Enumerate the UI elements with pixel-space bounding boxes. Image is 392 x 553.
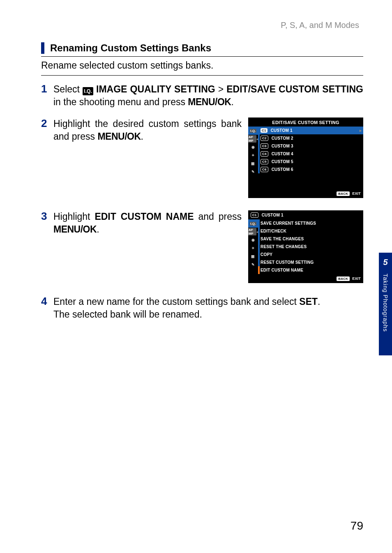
chapter-label: Taking Photographs	[382, 274, 389, 332]
step-number: 4	[41, 295, 49, 307]
list-item: C6CUSTOM 6	[258, 166, 363, 173]
text: Highlight the desired custom settings ba…	[53, 118, 242, 142]
screen-list: SAVE CURRENT SETTINGS EDIT/CHECK SAVE TH…	[258, 219, 363, 274]
step-1: 1 Select I.Q. IMAGE QUALITY SETTING > ED…	[41, 83, 363, 108]
iq-icon: I.Q.	[83, 87, 93, 95]
item-label: SAVE CURRENT SETTINGS	[261, 221, 316, 226]
list-item-empty	[258, 181, 363, 189]
text: in the shooting menu and press	[53, 97, 188, 107]
back-badge: BACK	[337, 191, 350, 196]
sidebar-tab-setup: ✎	[248, 168, 258, 176]
text: .	[231, 97, 233, 107]
list-item: SAVE THE CHANGES	[258, 235, 363, 243]
list-item: C3CUSTOM 3	[258, 142, 363, 150]
step-2: 2 Highlight the desired custom settings …	[41, 118, 363, 198]
badge: C1	[251, 212, 258, 218]
menu-ok-label: MENU/OK	[53, 224, 97, 235]
item-label: CUSTOM 2	[272, 136, 293, 141]
menu-path-1: IMAGE QUALITY SETTING	[96, 84, 215, 94]
badge: C5	[261, 159, 268, 164]
section-title: Renaming Custom Settings Banks	[50, 42, 211, 54]
badge: C4	[261, 151, 268, 157]
section-accent-bar	[41, 42, 44, 54]
sidebar-tab-movie: ▦	[248, 252, 258, 260]
sidebar-tab-iq: I.Q.	[248, 219, 258, 228]
list-item: RESET CUSTOM SETTING	[258, 258, 363, 266]
intro-text: Rename selected custom settings banks.	[41, 60, 363, 71]
screen-list: C1CUSTOM 1▸ C2CUSTOM 2 C3CUSTOM 3 C4CUST…	[258, 127, 363, 189]
section-heading: Renaming Custom Settings Banks	[41, 42, 363, 57]
set-label: SET	[299, 296, 318, 307]
sidebar-tab-setup: ✎	[248, 260, 258, 269]
item-label: EDIT CUSTOM NAME	[261, 268, 303, 272]
item-label: CUSTOM 5	[272, 159, 293, 164]
page-number: 79	[350, 519, 363, 532]
sidebar-tab-shoot: ◉	[248, 143, 258, 151]
menu-ok-label: MENU/OK	[97, 131, 141, 142]
step-3: 3 Highlight EDIT CUSTOM NAME and press M…	[41, 210, 363, 283]
screen-footer: BACK EXIT	[248, 274, 363, 283]
list-item: C1CUSTOM 1▸	[258, 127, 363, 134]
item-label: CUSTOM 1	[271, 128, 293, 133]
step-body: Highlight the desired custom settings ba…	[53, 118, 242, 143]
item-label: RESET CUSTOM SETTING	[261, 260, 314, 265]
screen-sidebar: I.Q. AF MF◂ ◉ ✦ ▦ ✎	[248, 219, 258, 274]
screen-title-row: C1 CUSTOM 1	[248, 210, 363, 219]
list-item: C2CUSTOM 2	[258, 134, 363, 142]
step-number: 1	[41, 83, 49, 95]
screen-title: EDIT/SAVE CUSTOM SETTING	[248, 118, 363, 127]
back-badge: BACK	[337, 276, 350, 281]
sidebar-tab-shoot: ◉	[248, 236, 258, 244]
item-label: CUSTOM 3	[272, 144, 293, 148]
text: Enter a new name for the custom settings…	[53, 296, 299, 307]
list-item: C4CUSTOM 4	[258, 150, 363, 158]
badge: C6	[261, 167, 268, 172]
camera-screen-2: C1 CUSTOM 1 I.Q. AF MF◂ ◉ ✦ ▦ ✎ SAVE CUR…	[248, 210, 363, 283]
screen-title: CUSTOM 1	[262, 213, 284, 217]
badge: C1	[261, 128, 267, 133]
step-number: 3	[41, 210, 49, 222]
item-label: CUSTOM 4	[272, 152, 293, 156]
item-label: RESET THE CHANGES	[261, 244, 307, 249]
text: The selected bank will be renamed.	[53, 309, 202, 320]
sidebar-tab-iq: I.Q.	[248, 127, 258, 135]
list-item: EDIT CUSTOM NAME	[258, 266, 363, 274]
sidebar-tab-af: AF MF◂	[248, 228, 258, 236]
step-body: Select I.Q. IMAGE QUALITY SETTING > EDIT…	[53, 83, 363, 108]
menu-path-2: EDIT/SAVE CUSTOM SETTING	[226, 84, 363, 94]
divider	[41, 75, 363, 76]
step-number: 2	[41, 118, 49, 129]
sidebar-tab-flash: ✦	[248, 151, 258, 159]
text: Select	[53, 84, 83, 94]
list-item-empty	[258, 173, 363, 181]
text: >	[215, 84, 227, 94]
item-label: COPY	[261, 252, 272, 257]
list-item: COPY	[258, 251, 363, 258]
list-item: EDIT/CHECK	[258, 227, 363, 235]
list-item: C5CUSTOM 5	[258, 158, 363, 166]
screen-sidebar: I.Q. AF MF◂ ◉ ✦ ▦ ✎	[248, 127, 258, 189]
text: and press	[194, 211, 242, 222]
text: .	[97, 224, 99, 235]
menu-item: EDIT CUSTOM NAME	[95, 211, 194, 222]
text: Highlight	[53, 211, 95, 222]
sidebar-tab-flash: ✦	[248, 244, 258, 252]
text: .	[141, 131, 143, 142]
item-label: EDIT/CHECK	[261, 229, 286, 233]
chapter-number: 5	[383, 258, 387, 267]
badge: C3	[261, 143, 268, 149]
chapter-tab: 5 Taking Photographs	[379, 253, 392, 355]
step-4: 4 Enter a new name for the custom settin…	[41, 295, 363, 321]
sidebar-tab-af: AF MF◂	[248, 135, 258, 143]
step-body: Highlight EDIT CUSTOM NAME and press MEN…	[53, 210, 242, 236]
screen-footer: BACK EXIT	[248, 189, 363, 198]
list-item: SAVE CURRENT SETTINGS	[258, 219, 363, 227]
menu-ok-label: MENU/OK	[188, 97, 231, 107]
camera-screen-1: EDIT/SAVE CUSTOM SETTING I.Q. AF MF◂ ◉ ✦…	[248, 118, 363, 198]
text: .	[318, 296, 320, 307]
item-label: CUSTOM 6	[272, 167, 293, 172]
list-item: RESET THE CHANGES	[258, 243, 363, 251]
sidebar-tab-movie: ▦	[248, 159, 258, 168]
step-body: Enter a new name for the custom settings…	[53, 295, 320, 321]
exit-label: EXIT	[352, 276, 361, 281]
